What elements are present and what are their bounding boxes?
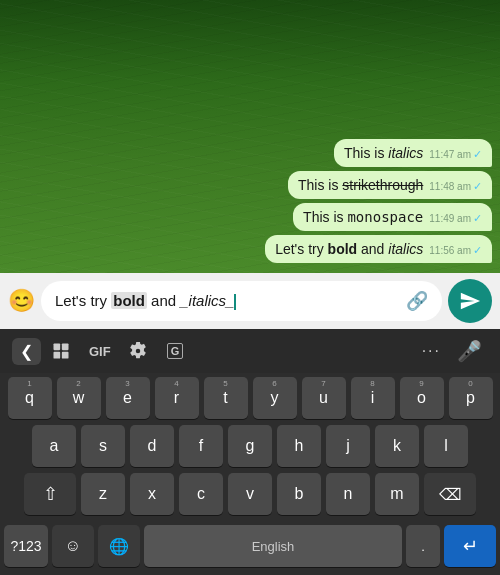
num-key[interactable]: ?123 bbox=[4, 525, 48, 567]
translate-icon: G bbox=[167, 343, 184, 359]
key-o[interactable]: 9o bbox=[400, 377, 444, 419]
key-p[interactable]: 0p bbox=[449, 377, 493, 419]
svg-rect-2 bbox=[54, 352, 61, 359]
input-text-content[interactable]: Let's try bold and _italics_ bbox=[55, 292, 400, 310]
text-cursor bbox=[234, 294, 236, 310]
attach-button[interactable]: 🔗 bbox=[406, 290, 428, 312]
key-u[interactable]: 7u bbox=[302, 377, 346, 419]
key-q[interactable]: 1q bbox=[8, 377, 52, 419]
keyboard-row-1: 1q 2w 3e 4r 5t 6y 7u 8i 9o 0p bbox=[2, 377, 498, 419]
key-t[interactable]: 5t bbox=[204, 377, 248, 419]
key-f[interactable]: f bbox=[179, 425, 223, 467]
check-icon: ✓ bbox=[473, 148, 482, 161]
mic-button[interactable]: 🎤 bbox=[451, 335, 488, 367]
chat-area: This is italics 11:47 am ✓ This is strik… bbox=[0, 0, 500, 273]
more-button[interactable]: ··· bbox=[412, 338, 451, 364]
keyboard-row-3: ⇧ z x c v b n m ⌫ bbox=[2, 473, 498, 515]
key-l[interactable]: l bbox=[424, 425, 468, 467]
bold-formatted: bold bbox=[111, 292, 147, 309]
translate-button[interactable]: G bbox=[157, 339, 194, 363]
message-text: Let's try bold and italics bbox=[275, 241, 423, 257]
delete-key[interactable]: ⌫ bbox=[424, 473, 476, 515]
message-text: This is strikethrough bbox=[298, 177, 423, 193]
italic-text: italics bbox=[388, 241, 423, 257]
period-key[interactable]: . bbox=[406, 525, 440, 567]
svg-rect-1 bbox=[62, 344, 69, 351]
keyboard-toolbar: ❮ GIF G ··· 🎤 bbox=[0, 329, 500, 373]
check-icon: ✓ bbox=[473, 244, 482, 257]
key-y[interactable]: 6y bbox=[253, 377, 297, 419]
enter-key[interactable]: ↵ bbox=[444, 525, 496, 567]
key-h[interactable]: h bbox=[277, 425, 321, 467]
key-v[interactable]: v bbox=[228, 473, 272, 515]
globe-key[interactable]: 🌐 bbox=[98, 525, 140, 567]
key-n[interactable]: n bbox=[326, 473, 370, 515]
message-bubble: This is strikethrough 11:48 am ✓ bbox=[288, 171, 492, 199]
message-time: 11:49 am ✓ bbox=[429, 212, 482, 225]
key-k[interactable]: k bbox=[375, 425, 419, 467]
emoji-button[interactable]: 😊 bbox=[8, 288, 35, 314]
key-z[interactable]: z bbox=[81, 473, 125, 515]
strike-text: strikethrough bbox=[342, 177, 423, 193]
send-icon bbox=[459, 290, 481, 312]
key-i[interactable]: 8i bbox=[351, 377, 395, 419]
key-w[interactable]: 2w bbox=[57, 377, 101, 419]
message-text: This is italics bbox=[344, 145, 423, 161]
key-a[interactable]: a bbox=[32, 425, 76, 467]
svg-rect-3 bbox=[62, 352, 69, 359]
message-bubble: This is italics 11:47 am ✓ bbox=[334, 139, 492, 167]
key-m[interactable]: m bbox=[375, 473, 419, 515]
back-button[interactable]: ❮ bbox=[12, 338, 41, 365]
sticker-button[interactable] bbox=[41, 337, 81, 365]
key-e[interactable]: 3e bbox=[106, 377, 150, 419]
key-s[interactable]: s bbox=[81, 425, 125, 467]
gif-button[interactable]: GIF bbox=[81, 340, 119, 363]
shift-key[interactable]: ⇧ bbox=[24, 473, 76, 515]
input-bar: 😊 Let's try bold and _italics_ 🔗 bbox=[0, 273, 500, 329]
key-c[interactable]: c bbox=[179, 473, 223, 515]
italic-formatted: _italics_ bbox=[180, 292, 234, 309]
check-icon: ✓ bbox=[473, 212, 482, 225]
message-time: 11:56 am ✓ bbox=[429, 244, 482, 257]
settings-button[interactable] bbox=[119, 338, 157, 364]
message-bubble: This is monospace 11:49 am ✓ bbox=[293, 203, 492, 231]
key-g[interactable]: g bbox=[228, 425, 272, 467]
message-time: 11:48 am ✓ bbox=[429, 180, 482, 193]
gear-icon bbox=[129, 342, 147, 360]
sticker-icon bbox=[51, 341, 71, 361]
send-button[interactable] bbox=[448, 279, 492, 323]
mono-text: monospace bbox=[347, 209, 423, 225]
keyboard: 1q 2w 3e 4r 5t 6y 7u 8i 9o 0p a s d f g … bbox=[0, 373, 500, 521]
key-r[interactable]: 4r bbox=[155, 377, 199, 419]
message-time: 11:47 am ✓ bbox=[429, 148, 482, 161]
key-j[interactable]: j bbox=[326, 425, 370, 467]
message-bubble: Let's try bold and italics 11:56 am ✓ bbox=[265, 235, 492, 263]
keyboard-row-2: a s d f g h j k l bbox=[2, 425, 498, 467]
svg-rect-0 bbox=[54, 344, 61, 351]
italic-text: italics bbox=[388, 145, 423, 161]
keyboard-bottom-row: ?123 ☺ 🌐 English . ↵ bbox=[0, 521, 500, 575]
emoji-key[interactable]: ☺ bbox=[52, 525, 94, 567]
space-key[interactable]: English bbox=[144, 525, 402, 567]
key-d[interactable]: d bbox=[130, 425, 174, 467]
key-x[interactable]: x bbox=[130, 473, 174, 515]
key-b[interactable]: b bbox=[277, 473, 321, 515]
message-input[interactable]: Let's try bold and _italics_ 🔗 bbox=[41, 281, 442, 321]
bold-text: bold bbox=[328, 241, 358, 257]
message-text: This is monospace bbox=[303, 209, 423, 225]
check-icon: ✓ bbox=[473, 180, 482, 193]
